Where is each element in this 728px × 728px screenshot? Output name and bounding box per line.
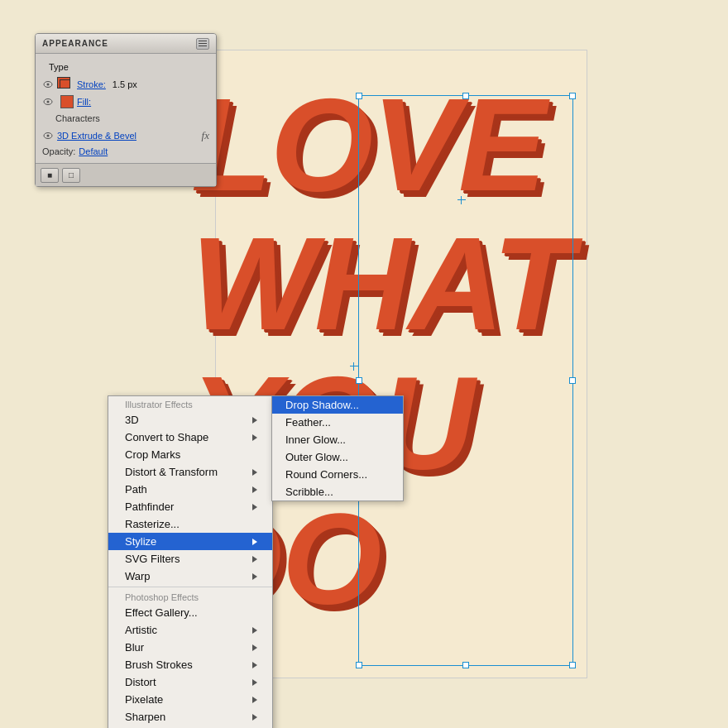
menu-item-path[interactable]: Path <box>108 481 272 498</box>
arrow-svg <box>252 556 259 563</box>
canvas-area: LOVE WHAT YOU DO APPEARANCE Type <box>0 0 728 728</box>
menu-item-artistic[interactable]: Artistic <box>108 621 272 639</box>
submenu-inner-glow[interactable]: Inner Glow... <box>272 431 403 448</box>
menu-item-stylize[interactable]: Stylize <box>108 533 272 550</box>
fx-icon: fx <box>202 129 209 142</box>
text-line-1: LOVE <box>191 75 572 214</box>
characters-label: Characters <box>55 113 100 123</box>
stroke-value: 1.5 px <box>113 79 137 89</box>
center-mark-mid <box>350 362 358 371</box>
effect-visibility-icon[interactable] <box>42 130 54 141</box>
menu-item-convert-to-shape[interactable]: Convert to Shape <box>108 429 272 446</box>
arrow-path <box>252 486 259 493</box>
fill-visibility-icon[interactable] <box>42 96 54 108</box>
arrow-brush <box>252 662 259 668</box>
arrow-pixelate <box>252 697 259 703</box>
panel-titlebar: APPEARANCE <box>36 34 216 54</box>
menu-item-brush-strokes[interactable]: Brush Strokes <box>108 656 272 673</box>
arrow-3d <box>252 417 259 424</box>
context-menu: Illustrator Effects 3D Convert to Shape … <box>108 395 273 728</box>
panel-menu-button[interactable] <box>196 38 209 50</box>
opacity-row: Opacity: Default <box>36 145 216 158</box>
menu-item-crop-marks[interactable]: Crop Marks <box>108 446 272 463</box>
menu-item-3d[interactable]: 3D <box>108 411 272 429</box>
effect-label[interactable]: 3D Extrude & Bevel <box>57 131 136 141</box>
text-line-2: WHAT <box>191 214 572 353</box>
characters-row: Characters <box>36 110 216 127</box>
panel-title: APPEARANCE <box>42 39 108 48</box>
appearance-panel: APPEARANCE Type Stroke: 1.5 px <box>35 33 217 187</box>
submenu-drop-shadow[interactable]: Drop Shadow... <box>272 396 403 414</box>
menu-item-effect-gallery[interactable]: Effect Gallery... <box>108 604 272 621</box>
submenu-round-corners[interactable]: Round Corners... <box>272 466 403 483</box>
menu-item-pathfinder[interactable]: Pathfinder <box>108 498 272 515</box>
type-label: Type <box>42 62 69 72</box>
arrow-blur <box>252 644 259 651</box>
svg-point-5 <box>47 135 50 137</box>
stylize-submenu: Drop Shadow... Feather... Inner Glow... … <box>271 395 404 501</box>
menu-item-warp[interactable]: Warp <box>108 568 272 585</box>
arrow-distort2 <box>252 679 259 686</box>
fill-swatch[interactable] <box>60 95 74 108</box>
arrow-warp <box>252 573 259 580</box>
fill-row: Fill: <box>36 93 216 110</box>
photoshop-effects-label: Photoshop Effects <box>108 589 272 604</box>
panel-body: Type Stroke: 1.5 px <box>36 54 216 163</box>
menu-item-svg-filters[interactable]: SVG Filters <box>108 550 272 568</box>
stroke-visibility-icon[interactable] <box>42 79 54 90</box>
stroke-row: Stroke: 1.5 px <box>36 75 216 93</box>
stroke-swatch[interactable] <box>57 77 74 92</box>
svg-point-3 <box>47 101 50 103</box>
fill-label[interactable]: Fill: <box>77 97 91 107</box>
footer-btn-2[interactable]: □ <box>62 168 80 183</box>
menu-item-blur[interactable]: Blur <box>108 639 272 656</box>
submenu-scribble[interactable]: Scribble... <box>272 483 403 500</box>
arrow-artistic <box>252 627 259 634</box>
arrow-convert <box>252 434 259 441</box>
arrow-sharpen <box>252 714 259 721</box>
center-mark-top <box>457 196 466 204</box>
submenu-feather[interactable]: Feather... <box>272 414 403 431</box>
svg-point-1 <box>47 84 50 86</box>
menu-item-sharpen[interactable]: Sharpen <box>108 708 272 726</box>
arrow-distort <box>252 469 259 476</box>
arrow-stylize <box>252 539 259 545</box>
footer-btn-1[interactable]: ■ <box>41 168 59 183</box>
type-row: Type <box>36 59 216 75</box>
menu-item-distort-transform[interactable]: Distort & Transform <box>108 463 272 481</box>
menu-separator <box>108 587 272 587</box>
panel-footer: ■ □ <box>36 163 216 186</box>
opacity-label: Opacity: <box>42 146 75 156</box>
illustrator-effects-label: Illustrator Effects <box>108 396 272 411</box>
effect-row: 3D Extrude & Bevel fx <box>36 127 216 145</box>
menu-item-distort[interactable]: Distort <box>108 673 272 691</box>
menu-item-rasterize[interactable]: Rasterize... <box>108 515 272 533</box>
stroke-label[interactable]: Stroke: <box>77 79 106 89</box>
opacity-value[interactable]: Default <box>79 146 108 156</box>
menu-item-pixelate[interactable]: Pixelate <box>108 691 272 708</box>
submenu-outer-glow[interactable]: Outer Glow... <box>272 448 403 466</box>
arrow-pathfinder <box>252 504 259 510</box>
